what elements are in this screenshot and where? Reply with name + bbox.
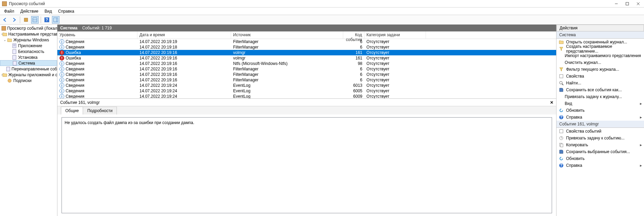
toolbar: ? (0, 15, 644, 25)
svg-rect-16 (13, 55, 16, 59)
table-row[interactable]: iСведения14.07.2022 20:19:16FilterManage… (57, 66, 556, 72)
menu-bar: Файл Действие Вид Справка (0, 8, 644, 15)
table-row[interactable]: !Ошибка14.07.2022 20:19:16volmgr161Отсут… (57, 50, 556, 55)
preview-pane-button[interactable] (31, 16, 39, 24)
table-row[interactable]: iСведения14.07.2022 20:19:24EventLog6013… (57, 83, 556, 88)
save-icon (559, 149, 564, 154)
action-refresh-2[interactable]: Обновить (556, 155, 644, 162)
action-properties[interactable]: Свойства (556, 73, 644, 80)
action-import-view[interactable]: Импорт настраиваемого представления (556, 52, 644, 59)
action-help-2[interactable]: ?Справка▸ (556, 162, 644, 169)
table-row[interactable]: !Ошибка14.07.2022 20:19:16volmgr161Отсут… (57, 55, 556, 61)
help-button[interactable]: ? (43, 16, 51, 24)
tree-system[interactable]: Система (0, 60, 57, 66)
folder-icon (2, 72, 7, 77)
task-icon (559, 135, 564, 141)
event-date: 14.07.2022 20:19:16 (137, 56, 231, 60)
action-refresh[interactable]: Обновить (556, 107, 644, 114)
event-date: 14.07.2022 20:19:16 (137, 72, 231, 77)
event-source: EventLog (231, 89, 343, 93)
tree-setup[interactable]: Установка (0, 54, 57, 60)
tree-subscriptions[interactable]: Подписки (0, 78, 57, 83)
col-code[interactable]: Код события (343, 31, 364, 39)
actions-panel: Действия Система Открыть сохраненный жур… (556, 25, 644, 216)
svg-rect-30 (561, 144, 563, 147)
title-bar: Просмотр событий (0, 0, 644, 8)
table-row[interactable]: iСведения14.07.2022 20:19:24EventLog6009… (57, 94, 556, 98)
close-detail-button[interactable]: ✕ (550, 100, 553, 105)
col-date[interactable]: Дата и время (137, 31, 231, 39)
action-save-selected[interactable]: Сохранить выбранные события... (556, 148, 644, 155)
log-icon (12, 61, 17, 66)
menu-view[interactable]: Вид (42, 8, 55, 14)
event-date: 14.07.2022 20:19:24 (137, 94, 231, 98)
table-row[interactable]: iСведения14.07.2022 20:19:24EventLog6005… (57, 88, 556, 94)
action-clear-log[interactable]: Очистить журнал... (556, 59, 644, 66)
forward-button[interactable] (10, 16, 18, 24)
svg-text:?: ? (45, 17, 48, 22)
action-help[interactable]: ?Справка▸ (556, 114, 644, 121)
event-level: Сведения (66, 67, 84, 71)
center-panel: Система Событий: 1 719 Уровень Дата и вр… (57, 25, 556, 216)
back-button[interactable] (1, 16, 9, 24)
event-category: Отсутствует (364, 45, 426, 50)
action-attach-task[interactable]: Привязать задачу к журналу... (556, 93, 644, 100)
action-find[interactable]: Найти... (556, 80, 644, 86)
table-row[interactable]: iСведения14.07.2022 20:19:19FilterManage… (57, 39, 556, 44)
show-tree-button[interactable] (22, 16, 30, 24)
col-level[interactable]: Уровень (57, 31, 137, 39)
tab-details[interactable]: Подробности (83, 107, 117, 114)
table-row[interactable]: iСведения14.07.2022 20:19:18FilterManage… (57, 44, 556, 50)
menu-help[interactable]: Справка (55, 8, 77, 14)
action-filter-log[interactable]: Фильтр текущего журнала... (556, 66, 644, 73)
event-level: Сведения (66, 89, 84, 93)
event-date: 14.07.2022 20:19:24 (137, 83, 231, 88)
properties-icon (559, 73, 564, 79)
maximize-button[interactable] (625, 1, 630, 6)
chevron-right-icon: ▸ (640, 143, 642, 147)
col-source[interactable]: Источник (231, 31, 343, 39)
minimize-button[interactable] (614, 1, 619, 6)
tab-general[interactable]: Общие (61, 107, 83, 114)
menu-file[interactable]: Файл (1, 8, 17, 14)
info-icon: i (59, 89, 64, 93)
col-category[interactable]: Категория задачи (364, 31, 426, 39)
tree-application[interactable]: Приложение (0, 43, 57, 49)
chevron-right-icon: ▸ (640, 163, 642, 168)
tree-label: Перенаправленные соб (12, 67, 57, 71)
table-row[interactable]: iСведения14.07.2022 20:19:16Ntfs (Micros… (57, 61, 556, 66)
action-view[interactable]: Вид▸ (556, 100, 644, 107)
info-icon: i (59, 39, 64, 44)
tree-label: Установка (18, 55, 38, 60)
menu-action[interactable]: Действие (18, 8, 41, 14)
refresh-icon (559, 108, 564, 113)
action-attach-event-task[interactable]: Привязать задачу к событию... (556, 135, 644, 141)
table-body[interactable]: iСведения14.07.2022 20:19:19FilterManage… (57, 39, 556, 98)
table-row[interactable]: iСведения14.07.2022 20:19:16FilterManage… (57, 77, 556, 83)
tree-root[interactable]: Просмотр событий (Локальны (0, 25, 57, 31)
event-date: 14.07.2022 20:19:16 (137, 61, 231, 66)
tree-app-services[interactable]: › Журналы приложений и сл (0, 72, 57, 78)
svg-text:?: ? (560, 115, 562, 120)
info-icon: i (59, 67, 64, 71)
action-event-properties[interactable]: Свойства событий (556, 128, 644, 135)
detail-header: Событие 161, volmgr ✕ (57, 99, 556, 106)
action-copy[interactable]: Копировать▸ (556, 141, 644, 148)
event-code: 161 (343, 56, 364, 60)
eventviewer-icon (1, 26, 6, 31)
action-create-view[interactable]: Создать настраиваемое представление... (556, 45, 644, 52)
table-row[interactable]: iСведения14.07.2022 20:19:16FilterManage… (57, 72, 556, 77)
event-source: volmgr (231, 50, 343, 55)
tree-custom-views[interactable]: › Настраиваемые представле (0, 31, 57, 37)
close-button[interactable] (636, 1, 641, 6)
collapse-icon[interactable]: ⌄ (3, 38, 7, 42)
detail-tabs: Общие Подробности (57, 106, 556, 114)
log-icon (12, 43, 17, 48)
event-code: 6009 (343, 94, 364, 98)
tree-forwarded[interactable]: Перенаправленные соб (0, 66, 57, 72)
tree-security[interactable]: Безопасность (0, 49, 57, 54)
action-save-all[interactable]: Сохранить все события как... (556, 86, 644, 93)
tree-label: Система (18, 61, 35, 66)
tree-windows-logs[interactable]: ⌄ Журналы Windows (0, 37, 57, 43)
action-pane-button[interactable] (52, 16, 59, 24)
